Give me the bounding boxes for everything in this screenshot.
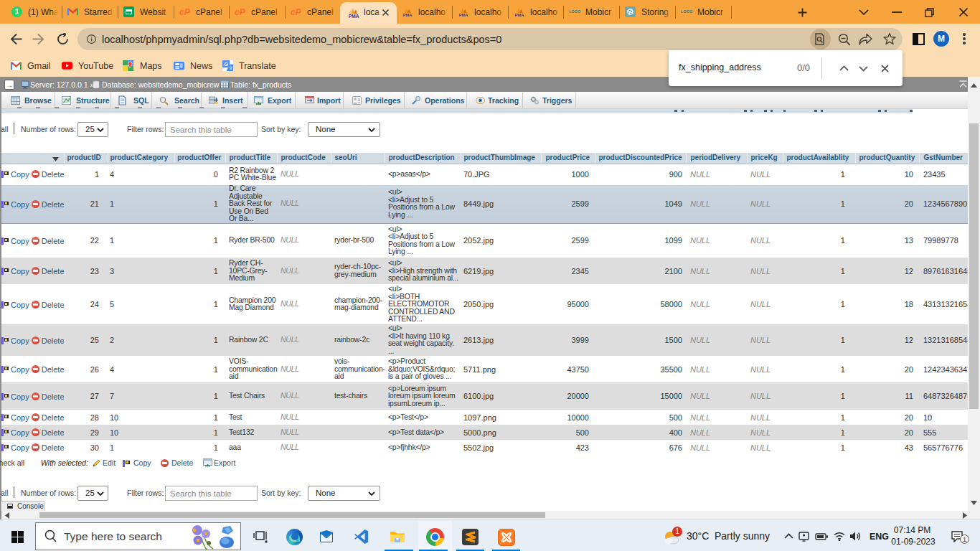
svg-text:PMA: PMA: [403, 13, 413, 17]
svg-text:文: 文: [228, 65, 233, 70]
svg-text:PMA: PMA: [515, 13, 524, 17]
svg-text:G: G: [224, 61, 228, 67]
svg-text:PMA: PMA: [459, 13, 468, 17]
svg-text:PMA: PMA: [349, 14, 359, 19]
